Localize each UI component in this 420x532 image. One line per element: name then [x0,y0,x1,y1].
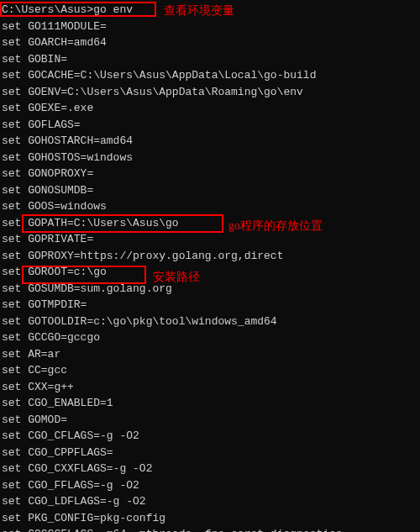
env-line: set CGO_LDFLAGS=-g -O2 [0,493,420,510]
env-line: set GOHOSTARCH=amd64 [0,133,420,150]
env-line: set GOPRIVATE= [0,231,420,248]
env-line: set GOROOT=c:\go [0,264,420,281]
env-line: set GOSUMDB=sum.golang.org [0,281,420,298]
env-line: set CGO_FFLAGS=-g -O2 [0,477,420,494]
env-line: set CGO_CXXFLAGS=-g -O2 [0,461,420,477]
env-line: set CC=gcc [0,362,420,379]
env-line: set GCCGO=gccgo [0,329,420,346]
env-line: set GONOPROXY= [0,166,420,182]
prompt-line[interactable]: C:\Users\Asus>go env [0,2,420,18]
env-line: set GOHOSTOS=windows [0,150,420,166]
env-line: set GO111MODULE= [0,18,420,35]
env-line: set GOFLAGS= [0,117,420,134]
env-line: set GOARCH=amd64 [0,34,420,51]
env-line: set GOTOOLDIR=c:\go\pkg\tool\windows_amd… [0,313,420,330]
env-line: set GONOSUMDB= [0,182,420,199]
env-line: set CGO_ENABLED=1 [0,395,420,412]
env-line: set GOPATH=C:\Users\Asus\go [0,215,420,232]
terminal-output: C:\Users\Asus>go env set GO111MODULE=set… [0,2,420,532]
env-line: set GOGCCFLAGS=-m64 -mthreads -fno-caret… [0,526,420,532]
env-line: set CGO_CFLAGS=-g -O2 [0,428,420,445]
env-line: set CGO_CPPFLAGS= [0,445,420,461]
env-line: set GOBIN= [0,51,420,68]
env-line: set GOOS=windows [0,198,420,215]
env-line: set GOTMPDIR= [0,297,420,313]
env-line: set CXX=g++ [0,379,420,396]
env-line: set AR=ar [0,346,420,363]
env-line: set GOMOD= [0,412,420,429]
env-line: set PKG_CONFIG=pkg-config [0,510,420,527]
env-line: set GOPROXY=https://proxy.golang.org,dir… [0,248,420,265]
env-line: set GOEXE=.exe [0,100,420,117]
env-line: set GOCACHE=C:\Users\Asus\AppData\Local\… [0,67,420,84]
env-line: set GOENV=C:\Users\Asus\AppData\Roaming\… [0,84,420,101]
